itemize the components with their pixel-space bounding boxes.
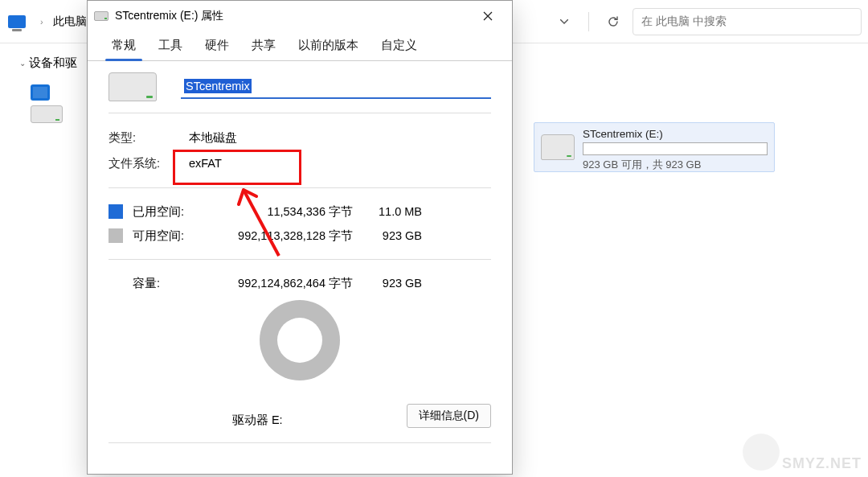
tab-tools[interactable]: 工具: [147, 31, 194, 60]
value-type: 本地磁盘: [189, 130, 237, 146]
divider: [108, 113, 491, 113]
refresh-icon: [607, 15, 620, 28]
search-placeholder: 在 此电脑 中搜索: [641, 14, 727, 29]
annotation-highlight-box: [173, 150, 301, 185]
free-color-swatch: [108, 228, 123, 243]
dialog-titlebar[interactable]: STcentremix (E:) 属性: [88, 1, 512, 31]
divider: [108, 259, 491, 260]
drive-letter-label: 驱动器 E:: [108, 413, 407, 428]
tree-collapse-icon[interactable]: ⌄: [19, 59, 26, 68]
value-free-bytes: 992,113,328,128 字节: [205, 228, 358, 244]
used-color-swatch: [108, 204, 123, 219]
tab-hardware[interactable]: 硬件: [194, 31, 240, 60]
tab-general[interactable]: 常规: [100, 31, 147, 60]
chevron-right-icon: ›: [34, 17, 50, 27]
divider: [108, 187, 491, 188]
dialog-body: STcentremix 类型: 本地磁盘 文件系统: exFAT 已用空间: 1…: [88, 61, 512, 474]
hdd-icon: [31, 105, 63, 123]
volume-name-value: STcentremix: [184, 79, 252, 93]
chevron-down-icon: [560, 19, 568, 24]
hdd-icon: [108, 72, 157, 101]
details-button[interactable]: 详细信息(D): [407, 404, 491, 428]
drive-subtext: 923 GB 可用，共 923 GB: [583, 158, 768, 172]
dialog-title: STcentremix (E:) 属性: [115, 9, 223, 23]
capacity-bar: [583, 142, 768, 155]
label-type: 类型:: [108, 130, 189, 146]
drive-title: STcentremix (E:): [583, 128, 768, 140]
tab-sharing[interactable]: 共享: [240, 31, 287, 60]
tab-previous-versions[interactable]: 以前的版本: [287, 31, 370, 60]
properties-dialog: STcentremix (E:) 属性 常规 工具 硬件 共享 以前的版本 自定…: [87, 0, 513, 475]
divider: [108, 442, 491, 443]
divider: [588, 12, 589, 31]
capacity-donut-chart: [260, 300, 340, 380]
hdd-icon: [541, 134, 575, 160]
dialog-tabs: 常规 工具 硬件 共享 以前的版本 自定义: [88, 31, 512, 61]
label-capacity: 容量:: [133, 276, 181, 291]
breadcrumb-root[interactable]: 此电脑: [53, 14, 87, 29]
value-capacity-bytes: 992,124,862,464 字节: [181, 276, 358, 291]
navigation-tree[interactable]: ⌄设备和驱: [0, 56, 87, 123]
value-used-bytes: 11,534,336 字节: [205, 204, 358, 220]
value-free-human: 923 GB: [358, 229, 422, 242]
value-used-human: 11.0 MB: [358, 205, 422, 218]
hdd-icon: [94, 11, 108, 21]
search-input[interactable]: 在 此电脑 中搜索: [633, 8, 862, 35]
label-used: 已用空间:: [133, 204, 205, 220]
value-capacity-human: 923 GB: [358, 277, 422, 290]
tree-node-devices[interactable]: 设备和驱: [29, 56, 77, 69]
drive-info: STcentremix (E:) 923 GB 可用，共 923 GB: [583, 128, 768, 172]
breadcrumb-dropdown[interactable]: [550, 9, 579, 35]
drive-item-e[interactable]: STcentremix (E:) 923 GB 可用，共 923 GB: [534, 122, 775, 172]
refresh-button[interactable]: [599, 9, 628, 35]
watermark-badge: [743, 434, 780, 471]
this-pc-icon: [8, 15, 26, 28]
label-free: 可用空间:: [133, 228, 205, 244]
watermark-text: SMYZ.NET: [782, 455, 862, 472]
windows-drive-icon: [31, 84, 50, 101]
tab-customize[interactable]: 自定义: [370, 31, 428, 60]
volume-name-input[interactable]: STcentremix: [181, 75, 491, 99]
close-icon: [483, 11, 493, 21]
close-button[interactable]: [470, 4, 506, 28]
